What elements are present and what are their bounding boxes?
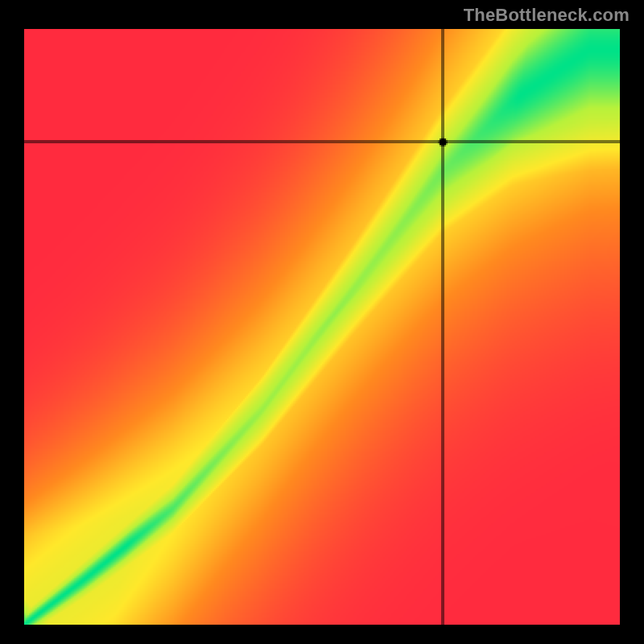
heatmap-canvas (24, 29, 620, 625)
watermark-text: TheBottleneck.com (464, 5, 630, 26)
